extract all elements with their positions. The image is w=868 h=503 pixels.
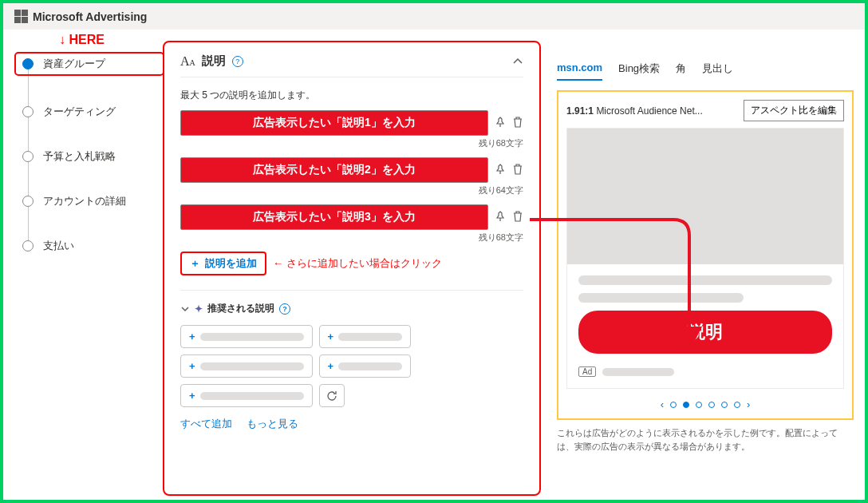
aspect-ratio-label: 1.91:1 Microsoft Audience Net... [566, 105, 737, 117]
refresh-suggestions-button[interactable] [319, 384, 345, 407]
pager-dot[interactable] [721, 402, 728, 408]
ad-badge: Ad [578, 366, 596, 377]
trash-icon[interactable] [512, 164, 523, 177]
plus-icon: ＋ [190, 256, 200, 271]
pager-dot[interactable] [696, 402, 702, 408]
plus-icon: + [189, 390, 195, 402]
trash-icon[interactable] [512, 117, 523, 130]
pin-icon[interactable] [495, 211, 506, 224]
placeholder-line [578, 293, 744, 303]
sidebar: ↓ HERE 資産グループ ターゲティング 予算と入札戦略 アカウントの詳細 支… [3, 30, 163, 499]
step-label: 支払い [43, 239, 74, 253]
description-highlight: 説明 [578, 311, 832, 354]
step-label: アカウントの詳細 [43, 194, 126, 208]
char-counter-3: 残り68文字 [180, 232, 523, 244]
recommend-title: 推奨される説明 [207, 302, 274, 315]
tab-msn[interactable]: msn.com [557, 61, 602, 81]
preview-pane: msn.com Bing検索 角 見出し 1.91:1 Microsoft Au… [546, 30, 865, 499]
chevron-up-icon[interactable] [512, 56, 523, 67]
step-label: 予算と入札戦略 [43, 149, 116, 164]
trash-icon[interactable] [512, 211, 523, 224]
pin-icon[interactable] [495, 164, 506, 177]
suggestion-chip[interactable]: + [319, 354, 412, 378]
add-description-button[interactable]: ＋ 説明を追加 [180, 252, 266, 275]
refresh-icon [326, 390, 337, 402]
step-label: 資産グループ [43, 57, 105, 71]
tab-corner[interactable]: 角 [676, 61, 686, 81]
ad-preview-card: 説明 Ad [566, 128, 844, 389]
char-counter-2: 残り64文字 [180, 184, 523, 196]
plus-icon: + [328, 331, 334, 343]
sidebar-item-assets[interactable]: 資産グループ [16, 53, 163, 74]
brand-title: Microsoft Advertising [33, 10, 147, 23]
pager-dot[interactable] [734, 402, 740, 408]
recommend-toggle[interactable]: ✦ 推奨される説明 ? [180, 302, 523, 315]
microsoft-logo-icon [14, 10, 28, 23]
descriptions-panel: AA 説明 ? 最大 5 つの説明を追加します。 広告表示したい「説明1」を入力 [163, 41, 541, 496]
description-input-3[interactable]: 広告表示したい「説明3」を入力 [180, 204, 488, 230]
edit-aspect-button[interactable]: アスペクト比を編集 [744, 100, 844, 121]
app-header: Microsoft Advertising [3, 3, 865, 30]
sidebar-item-account[interactable]: アカウントの詳細 [22, 194, 163, 208]
chevron-down-icon [180, 304, 190, 314]
add-all-link[interactable]: すべて追加 [180, 417, 232, 431]
description-input-2[interactable]: 広告表示したい「説明2」を入力 [180, 157, 488, 183]
panel-title: 説明 [202, 53, 226, 69]
ad-image-placeholder [567, 129, 843, 264]
suggestion-chip[interactable]: + [180, 384, 313, 407]
see-more-link[interactable]: もっと見る [247, 417, 298, 431]
text-icon: AA [180, 54, 195, 69]
sidebar-item-budget[interactable]: 予算と入札戦略 [22, 149, 163, 164]
annotation-here: ↓ HERE [59, 33, 105, 47]
pager-dot[interactable] [708, 402, 715, 408]
placeholder-line [602, 368, 674, 376]
sidebar-item-targeting[interactable]: ターゲティング [22, 105, 163, 119]
sidebar-item-payment[interactable]: 支払い [22, 239, 163, 253]
step-label: ターゲティング [43, 105, 116, 119]
annotation-add-note: ← さらに追加したい場合はクリック [273, 256, 442, 271]
char-counter-1: 残り68文字 [180, 137, 523, 149]
plus-icon: + [328, 360, 334, 372]
suggestion-chip[interactable]: + [180, 325, 313, 348]
suggestion-chip[interactable]: + [319, 325, 412, 348]
help-icon[interactable]: ? [279, 303, 290, 315]
stepper-nav: 資産グループ ターゲティング 予算と入札戦略 アカウントの詳細 支払い [22, 53, 163, 253]
plus-icon: + [189, 331, 195, 343]
pager-dot[interactable] [670, 402, 677, 408]
panel-subtitle: 最大 5 つの説明を追加します。 [180, 89, 523, 102]
tab-headline[interactable]: 見出し [702, 61, 733, 81]
description-input-1[interactable]: 広告表示したい「説明1」を入力 [180, 110, 488, 136]
sparkle-icon: ✦ [195, 303, 203, 315]
pager-dot[interactable] [683, 402, 689, 408]
placeholder-line [578, 275, 832, 285]
pager-next[interactable]: › [747, 398, 750, 410]
pager-prev[interactable]: ‹ [661, 398, 664, 410]
suggestion-chip[interactable]: + [180, 354, 313, 378]
pin-icon[interactable] [495, 117, 506, 130]
preview-pager: ‹ › [566, 398, 844, 410]
plus-icon: + [189, 360, 195, 372]
tab-bing[interactable]: Bing検索 [618, 61, 660, 81]
preview-disclaimer: これらは広告がどのように表示されるかを示した例です。配置によっては、実際の広告の… [557, 426, 854, 453]
preview-box: 1.91:1 Microsoft Audience Net... アスペクト比を… [557, 90, 854, 420]
add-button-label: 説明を追加 [205, 256, 257, 271]
help-icon[interactable]: ? [232, 56, 243, 67]
preview-tabs: msn.com Bing検索 角 見出し [557, 61, 854, 81]
